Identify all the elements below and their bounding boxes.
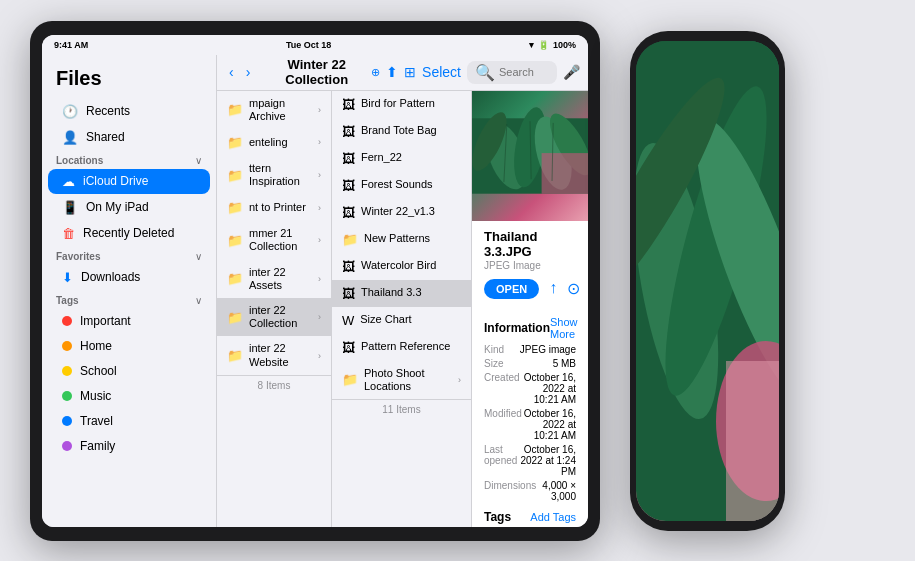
ipad-screen: 9:41 AM Tue Oct 18 ▾ 🔋 100% Files 🕐 Rece…: [42, 35, 588, 527]
list-item[interactable]: 📁 inter 22 Assets ›: [217, 260, 331, 298]
list-item[interactable]: 🖼 Brand Tote Bag: [332, 118, 471, 145]
info-modified-row: Modified October 16, 2022 at 10:21 AM: [484, 408, 576, 441]
list-item[interactable]: 📁 nt to Printer ›: [217, 194, 331, 221]
chevron-right-icon: ›: [318, 170, 321, 180]
view-button[interactable]: ⊞: [404, 64, 416, 80]
sidebar-item-tag[interactable]: Important: [48, 309, 210, 333]
search-icon: 🔍: [475, 63, 495, 82]
list-item[interactable]: 🖼 Thailand 3.3: [332, 280, 471, 307]
chevron-right-icon: ›: [318, 203, 321, 213]
sidebar-item-on-my-ipad[interactable]: 📱 On My iPad: [48, 195, 210, 220]
favorites-label: Favorites: [56, 251, 100, 262]
file-name: Brand Tote Bag: [361, 124, 461, 137]
list-item[interactable]: W Size Chart: [332, 307, 471, 334]
file-icon: W: [342, 313, 354, 328]
col1-footer: 8 Items: [217, 375, 331, 395]
file-icon: 🖼: [342, 178, 355, 193]
file-icon: 🖼: [342, 124, 355, 139]
list-item[interactable]: 🖼 Watercolor Bird: [332, 253, 471, 280]
list-item[interactable]: 📁 enteling ›: [217, 129, 331, 156]
sidebar: Files 🕐 Recents 👤 Shared Locations ∨: [42, 55, 217, 527]
created-val: October 16, 2022 at 10:21 AM: [520, 372, 576, 405]
list-item[interactable]: 📁 Photo Shoot Locations ›: [332, 361, 471, 399]
list-item[interactable]: 🖼 Winter 22_v1.3: [332, 199, 471, 226]
list-item[interactable]: 🖼 Forest Sounds: [332, 172, 471, 199]
file-name: mpaign Archive: [249, 97, 312, 123]
sidebar-item-tag[interactable]: Travel: [48, 409, 210, 433]
list-item[interactable]: 📁 mmer 21 Collection ›: [217, 221, 331, 259]
preview-panel: Thailand 3.3.JPG JPEG Image OPEN ↑ ⊙ ⎘ ⊕: [472, 91, 588, 527]
file-name: Bird for Pattern: [361, 97, 461, 110]
list-item[interactable]: 📁 inter 22 Collection ›: [217, 298, 331, 336]
forward-button[interactable]: ›: [242, 62, 255, 82]
recently-deleted-label: Recently Deleted: [83, 226, 174, 240]
file-name: Fern_22: [361, 151, 461, 164]
share-action-icon[interactable]: ↑: [549, 279, 557, 298]
open-button[interactable]: OPEN: [484, 279, 539, 299]
list-item[interactable]: 🖼 Bird for Pattern: [332, 91, 471, 118]
select-button[interactable]: Select: [422, 64, 461, 80]
chevron-right-icon: ›: [318, 235, 321, 245]
file-icon: 🖼: [342, 340, 355, 355]
file-name: Winter 22_v1.3: [361, 205, 461, 218]
file-icon: 🖼: [342, 97, 355, 112]
sidebar-item-icloud[interactable]: ☁ iCloud Drive: [48, 169, 210, 194]
tag-dot: [62, 341, 72, 351]
tag-label: Music: [80, 389, 111, 403]
file-name: Size Chart: [360, 313, 461, 326]
sidebar-item-shared[interactable]: 👤 Shared: [48, 125, 210, 150]
folder-icon: 📁: [227, 348, 243, 363]
iphone-screen: [636, 41, 779, 521]
tags-header: Tags ∨: [42, 291, 216, 308]
tags-chevron: ∨: [195, 295, 202, 306]
list-item[interactable]: 📁 ttern Inspiration ›: [217, 156, 331, 194]
tag-label: Travel: [80, 414, 113, 428]
back-button[interactable]: ‹: [225, 62, 238, 82]
file-icon: 📁: [342, 232, 358, 247]
sidebar-item-tag[interactable]: Music: [48, 384, 210, 408]
col2-items: 🖼 Bird for Pattern 🖼 Brand Tote Bag 🖼 Fe…: [332, 91, 471, 399]
info-kind-row: Kind JPEG image: [484, 344, 576, 355]
folder-icon: 📁: [227, 233, 243, 248]
chevron-right-icon: ›: [318, 105, 321, 115]
icloud-label: iCloud Drive: [83, 174, 148, 188]
file-name: ttern Inspiration: [249, 162, 312, 188]
search-input[interactable]: [499, 66, 559, 78]
mic-button[interactable]: 🎤: [563, 64, 580, 80]
sidebar-item-tag[interactable]: Home: [48, 334, 210, 358]
information-section: Information Show More Kind JPEG image Si…: [484, 316, 576, 502]
icloud-icon: ☁: [62, 174, 75, 189]
favorites-chevron: ∨: [195, 251, 202, 262]
chevron-right-icon: ›: [458, 375, 461, 385]
list-item[interactable]: 📁 mpaign Archive ›: [217, 91, 331, 129]
file-name: Thailand 3.3: [361, 286, 461, 299]
toolbar-title: Winter 22 Collection: [260, 57, 373, 87]
preview-image: [472, 91, 588, 221]
file-column-2: 🖼 Bird for Pattern 🖼 Brand Tote Bag 🖼 Fe…: [332, 91, 472, 527]
sidebar-item-tag[interactable]: School: [48, 359, 210, 383]
recents-label: Recents: [86, 104, 130, 118]
file-column-1: 📁 mpaign Archive › 📁 enteling › 📁 ttern …: [217, 91, 332, 527]
shared-icon: 👤: [62, 130, 78, 145]
sidebar-item-recently-deleted[interactable]: 🗑 Recently Deleted: [48, 221, 210, 246]
sidebar-item-tag[interactable]: Family: [48, 434, 210, 458]
list-item[interactable]: 📁 inter 22 Website ›: [217, 336, 331, 374]
file-name: Pattern Reference: [361, 340, 461, 353]
col1-items: 📁 mpaign Archive › 📁 enteling › 📁 ttern …: [217, 91, 331, 375]
show-more-btn[interactable]: Show More: [550, 316, 578, 340]
status-time: 9:41 AM: [54, 40, 88, 50]
sidebar-item-recents[interactable]: 🕐 Recents: [48, 99, 210, 124]
list-item[interactable]: 🖼 Pattern Reference: [332, 334, 471, 361]
tag-dot: [62, 316, 72, 326]
info-dimensions-row: Dimensions 4,000 × 3,000: [484, 480, 576, 502]
tag-icon: ⊕: [371, 66, 380, 79]
search-box[interactable]: 🔍: [467, 61, 557, 84]
list-item[interactable]: 🖼 Fern_22: [332, 145, 471, 172]
add-tags-btn[interactable]: Add Tags: [530, 511, 576, 523]
list-item[interactable]: 📁 New Patterns: [332, 226, 471, 253]
file-name: inter 22 Collection: [249, 304, 312, 330]
file-name: nt to Printer: [249, 201, 312, 214]
copy-action-icon[interactable]: ⊙: [567, 279, 580, 298]
sidebar-item-downloads[interactable]: ⬇ Downloads: [48, 265, 210, 290]
share-button[interactable]: ⬆: [386, 64, 398, 80]
